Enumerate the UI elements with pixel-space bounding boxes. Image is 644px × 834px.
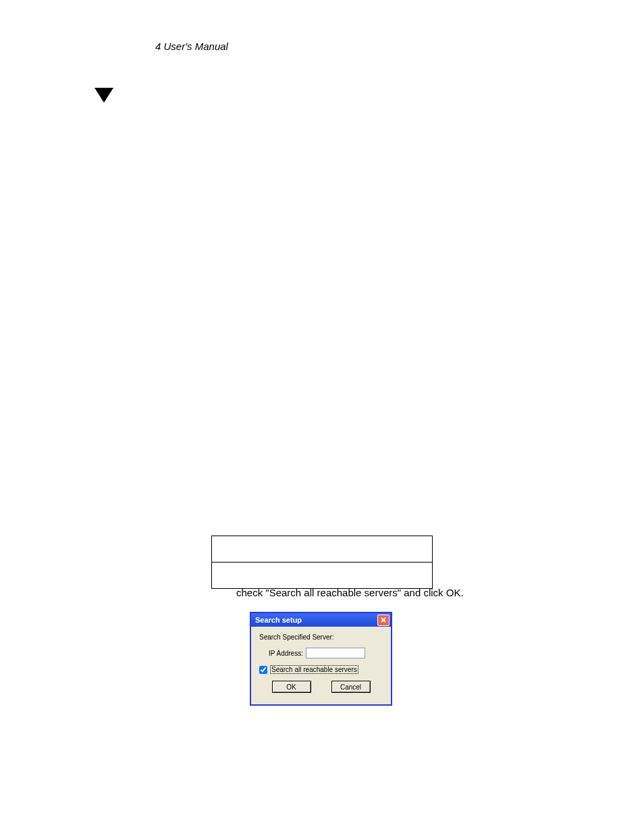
checkbox-row: Search all reachable servers [259,665,383,674]
dialog-title: Search setup [255,616,302,624]
search-setup-dialog: Search setup Search Specified Server: IP… [250,612,392,706]
table-placeholder [211,536,433,589]
search-all-checkbox[interactable] [259,666,267,674]
ip-row: IP Address: [269,648,383,658]
instruction-text: check "Search all reachable servers" and… [236,587,464,598]
ip-address-input[interactable] [306,648,365,658]
close-icon [380,617,387,623]
ip-address-label: IP Address: [269,650,303,657]
page-header: 4 User's Manual [155,41,228,52]
cancel-button[interactable]: Cancel [331,681,371,693]
dialog-body: Search Specified Server: IP Address: Sea… [251,627,391,697]
dialog-titlebar: Search setup [251,613,391,627]
close-button[interactable] [377,615,390,626]
ok-button[interactable]: OK [272,681,311,693]
button-row: OK Cancel [259,681,383,693]
table-cell [212,563,433,589]
search-all-label: Search all reachable servers [270,665,358,674]
spec-server-label: Search Specified Server: [259,633,383,641]
table-cell [212,536,433,563]
document-page: 4 User's Manual check "Search all reacha… [0,0,644,834]
triangle-down-icon [95,88,113,103]
